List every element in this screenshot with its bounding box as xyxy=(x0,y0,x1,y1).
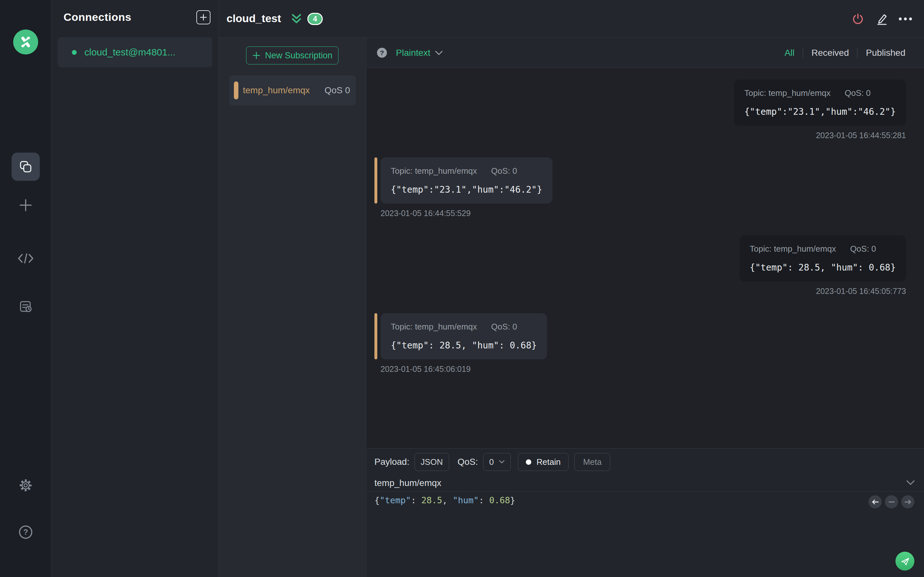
rail-settings-button[interactable] xyxy=(0,478,51,493)
subscription-item[interactable]: temp_hum/emqx QoS 0 xyxy=(229,75,356,105)
power-icon xyxy=(852,13,864,25)
message-timestamp: 2023-01-05 16:44:55:529 xyxy=(381,209,471,218)
subscriptions-panel: New Subscription temp_hum/emqx QoS 0 xyxy=(219,38,367,577)
topic-input-row: temp_hum/emqx xyxy=(367,475,924,492)
arrow-left-icon xyxy=(872,499,879,505)
gear-icon xyxy=(18,478,33,493)
tab-all[interactable]: All xyxy=(776,48,803,58)
qos-select[interactable]: 0 xyxy=(483,453,511,471)
connections-icon xyxy=(18,159,33,174)
message-filter-bar: ? Plaintext All Received Published xyxy=(367,38,924,68)
connections-title: Connections xyxy=(63,11,131,23)
payload-format-value: JSON xyxy=(421,457,443,467)
payload-format-help-icon[interactable]: ? xyxy=(377,48,387,58)
more-options-button[interactable] xyxy=(898,12,913,26)
payload-editor[interactable]: {"temp": 28.5, "hum": 0.68} xyxy=(375,495,916,505)
payload-token-punct: : xyxy=(479,495,489,505)
retain-dot-icon xyxy=(526,459,531,465)
payload-token-number: 28.5 xyxy=(421,495,442,505)
message-row: Topic: temp_hum/emqx QoS: 0 {"temp":"23.… xyxy=(734,79,906,126)
message: Topic: temp_hum/emqx QoS: 0 {"temp":"23.… xyxy=(375,157,906,218)
message-timestamp: 2023-01-05 16:45:05:773 xyxy=(816,287,906,296)
icon-rail: ? xyxy=(0,0,51,577)
message-meta: Topic: temp_hum/emqx QoS: 0 xyxy=(750,244,896,254)
message-payload: {"temp":"23.1","hum":"46.2"} xyxy=(744,106,896,117)
help-icon: ? xyxy=(18,524,33,540)
header-actions xyxy=(851,0,913,38)
message-topic: Topic: temp_hum/emqx xyxy=(391,166,477,176)
message-list[interactable]: Topic: temp_hum/emqx QoS: 0 {"temp":"23.… xyxy=(367,68,924,448)
subscription-topic: temp_hum/emqx xyxy=(243,85,325,95)
message-meta: Topic: temp_hum/emqx QoS: 0 xyxy=(391,322,537,332)
svg-text:?: ? xyxy=(23,528,28,536)
arrow-right-icon xyxy=(905,499,911,505)
subscription-qos: QoS 0 xyxy=(325,85,350,95)
ellipsis-icon xyxy=(898,17,913,21)
message-topic: Topic: temp_hum/emqx xyxy=(744,88,830,98)
double-chevron-down-icon xyxy=(290,13,303,25)
new-subscription-label: New Subscription xyxy=(265,51,333,61)
payload-format-select[interactable]: JSON xyxy=(415,453,449,471)
message-bubble[interactable]: Topic: temp_hum/emqx QoS: 0 {"temp": 28.… xyxy=(740,235,906,282)
connections-panel: Connections cloud_test@m4801... xyxy=(51,0,219,577)
topic-input[interactable]: temp_hum/emqx xyxy=(375,478,906,488)
message-history-nav xyxy=(869,495,914,508)
tab-published[interactable]: Published xyxy=(858,48,914,58)
meta-button[interactable]: Meta xyxy=(574,453,610,471)
send-button[interactable] xyxy=(895,552,914,571)
retain-toggle[interactable]: Retain xyxy=(518,453,569,471)
message-topic-color-bar xyxy=(375,313,377,359)
add-connection-button[interactable] xyxy=(196,10,210,24)
connection-title: cloud_test xyxy=(226,12,281,25)
tab-received[interactable]: Received xyxy=(803,48,857,58)
plus-icon xyxy=(200,13,207,21)
history-prev-button[interactable] xyxy=(869,495,882,508)
pencil-icon xyxy=(875,13,888,25)
rail-connections-button[interactable] xyxy=(11,153,40,181)
disconnect-button[interactable] xyxy=(851,12,865,26)
message-bubble[interactable]: Topic: temp_hum/emqx QoS: 0 {"temp":"23.… xyxy=(381,157,552,203)
payload-label: Payload: xyxy=(375,457,409,467)
message-format-select[interactable]: Plaintext xyxy=(396,48,443,58)
plus-icon xyxy=(252,51,260,60)
rail-log-button[interactable] xyxy=(0,299,51,314)
message-qos: QoS: 0 xyxy=(845,88,871,98)
connection-status-dot xyxy=(72,50,77,55)
publish-toolbar: Payload: JSON QoS: 0 Retain Meta xyxy=(375,453,610,471)
message-row: Topic: temp_hum/emqx QoS: 0 {"temp":"23.… xyxy=(375,157,552,203)
message-filter-tabs: All Received Published xyxy=(776,48,914,58)
rail-script-button[interactable] xyxy=(0,251,51,266)
payload-token-key: "hum" xyxy=(453,495,479,505)
message-bubble[interactable]: Topic: temp_hum/emqx QoS: 0 {"temp": 28.… xyxy=(381,313,547,359)
payload-token-punct: , xyxy=(442,495,453,505)
mqttx-logo xyxy=(13,29,38,55)
mqttx-logo-glyph xyxy=(19,35,33,49)
message-topic-color-bar xyxy=(375,157,377,203)
payload-token-punct: : xyxy=(411,495,422,505)
qos-value: 0 xyxy=(489,457,494,467)
minus-icon xyxy=(888,501,895,503)
history-clear-button[interactable] xyxy=(885,495,898,508)
payload-token-number: 0.68 xyxy=(489,495,510,505)
collapse-panel-button[interactable] xyxy=(290,13,303,26)
payload-token-key: "temp" xyxy=(380,495,411,505)
payload-token-punct: } xyxy=(510,495,515,505)
new-subscription-button[interactable]: New Subscription xyxy=(246,47,338,64)
edit-connection-button[interactable] xyxy=(875,12,889,26)
subscription-count-badge: 4 xyxy=(307,13,323,25)
message-bubble[interactable]: Topic: temp_hum/emqx QoS: 0 {"temp":"23.… xyxy=(734,79,906,126)
history-next-button[interactable] xyxy=(901,495,914,508)
message-timestamp: 2023-01-05 16:44:55:281 xyxy=(816,131,906,140)
connection-header: cloud_test 4 xyxy=(219,0,924,38)
message-timestamp: 2023-01-05 16:45:06:019 xyxy=(381,364,471,374)
collapse-editor-button[interactable] xyxy=(906,480,915,487)
message-payload: {"temp": 28.5, "hum": 0.68} xyxy=(750,262,896,273)
message-row: Topic: temp_hum/emqx QoS: 0 {"temp": 28.… xyxy=(740,235,906,282)
rail-help-button[interactable]: ? xyxy=(0,524,51,540)
message-format-value: Plaintext xyxy=(396,48,430,58)
connection-item[interactable]: cloud_test@m4801... xyxy=(58,37,212,67)
qos-label: QoS: xyxy=(457,457,478,467)
rail-new-connection-button[interactable] xyxy=(0,198,51,213)
connection-name: cloud_test@m4801... xyxy=(84,47,176,58)
chevron-down-icon xyxy=(435,50,443,55)
